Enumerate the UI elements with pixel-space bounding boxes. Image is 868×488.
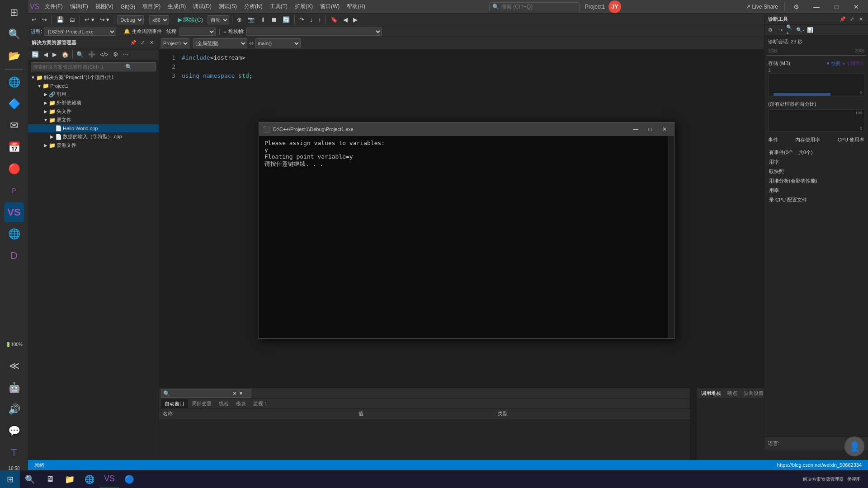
menu-build[interactable]: 生成(B) xyxy=(164,1,189,12)
locals-search-input[interactable] xyxy=(172,391,231,396)
restart-btn[interactable]: 🔄 xyxy=(281,15,292,25)
diag-pin-btn[interactable]: 📌 xyxy=(839,15,846,23)
title-search[interactable]: 🔍 xyxy=(489,2,580,11)
settings-icon[interactable]: ⚙ xyxy=(787,0,807,14)
diag-usage[interactable]: 用率 xyxy=(766,157,866,167)
diag-import-btn[interactable]: ↪ xyxy=(776,26,784,34)
teams-icon[interactable]: T xyxy=(4,443,24,463)
settings-btn[interactable]: ⚙ xyxy=(111,49,120,59)
purple-icon[interactable]: D xyxy=(4,246,24,266)
menu-window[interactable]: 窗口(W) xyxy=(316,1,343,12)
menu-git[interactable]: Git(G) xyxy=(117,2,139,12)
diag-cpu-profile[interactable]: 录 CPU 配置文件 xyxy=(766,195,866,205)
screenshot-btn[interactable]: 📷 xyxy=(245,15,256,25)
menu-test[interactable]: 测试(S) xyxy=(215,1,241,12)
diag-chart-btn[interactable]: 📊 xyxy=(806,26,814,34)
chrome-icon[interactable]: 🔴 xyxy=(4,159,24,179)
browser-icon[interactable]: 🌐 xyxy=(4,72,24,92)
user-avatar-corner[interactable]: 👤 xyxy=(844,436,864,456)
maximize-btn[interactable]: □ xyxy=(826,0,846,14)
home-btn[interactable]: 🏠 xyxy=(60,49,71,59)
next-bookmark-btn[interactable]: ▶ xyxy=(351,15,359,25)
win-start-btn[interactable]: ⊞ xyxy=(0,470,20,488)
solution-search-input[interactable] xyxy=(33,64,123,70)
tab-threads[interactable]: 线程 xyxy=(215,399,232,408)
menu-view[interactable]: 视图(V) xyxy=(92,1,117,12)
process-select[interactable]: [16256] Project1.exe xyxy=(44,28,116,36)
bookmark-btn[interactable]: 🔖 xyxy=(329,15,340,25)
fwd-btn[interactable]: ▶ xyxy=(51,49,59,59)
win-view-btn[interactable]: 🖥 xyxy=(40,470,60,488)
console-close-btn[interactable]: ✕ xyxy=(659,124,670,134)
undo-btn[interactable]: ↩ ▾ xyxy=(83,15,96,25)
prev-bookmark-btn[interactable]: ◀ xyxy=(341,15,349,25)
pointer-btn[interactable]: ⊕ xyxy=(235,15,244,25)
stop-btn[interactable]: ⏹ xyxy=(269,15,279,25)
tree-input[interactable]: ▶ 📄 数据的输入（字符型）.cpp xyxy=(28,132,159,141)
continue-btn[interactable]: ▶ 继续(C) xyxy=(175,15,206,25)
redo-fwd-btn[interactable]: ↪ xyxy=(40,15,49,25)
network-icon[interactable]: 🌐 xyxy=(4,224,24,244)
more-btn[interactable]: ⋯ xyxy=(121,49,131,59)
win-browser-btn[interactable]: 🌐 xyxy=(80,470,99,488)
chat-icon[interactable]: 💬 xyxy=(4,421,24,441)
menu-debug[interactable]: 调试(D) xyxy=(189,1,215,12)
menu-extensions[interactable]: 扩展(X) xyxy=(291,1,316,12)
console-minimize-btn[interactable]: — xyxy=(630,124,642,134)
tree-sources[interactable]: ▼ 📁 源文件 xyxy=(28,116,159,124)
tree-helloworld[interactable]: 📄 Hello World.cpp xyxy=(28,124,159,132)
robot-icon[interactable]: 🤖 xyxy=(4,378,24,398)
start-icon[interactable]: ⊞ xyxy=(4,3,24,23)
exceptions-tab[interactable]: 异常设置 xyxy=(741,389,766,398)
diag-zoom-out-btn[interactable]: 🔍- xyxy=(796,26,804,34)
thread-select[interactable] xyxy=(179,28,216,36)
func-dropdown[interactable]: main() xyxy=(255,38,301,48)
console-maximize-btn[interactable]: □ xyxy=(644,124,656,134)
collapse-icon[interactable]: ≪ xyxy=(4,356,24,376)
console-body[interactable]: Please assign values to variables: y Flo… xyxy=(259,136,674,338)
search-sidebar-icon[interactable]: 🔍 xyxy=(4,24,24,44)
diag-snapshot[interactable]: 取快照 xyxy=(766,167,866,176)
diag-settings-btn[interactable]: ⚙ xyxy=(766,26,774,34)
close-btn[interactable]: ✕ xyxy=(846,0,866,14)
tree-ref[interactable]: ▶ 🔗 引用 xyxy=(28,90,159,99)
tree-external[interactable]: ▶ 📁 外部依赖项 xyxy=(28,99,159,107)
file-dropdown[interactable]: Project1 xyxy=(161,38,189,48)
debug-config-select[interactable]: Debug xyxy=(117,15,144,24)
win-search-btn[interactable]: 🔍 xyxy=(20,470,40,488)
tree-headers[interactable]: ▶ 📁 头文件 xyxy=(28,107,159,116)
back-btn[interactable]: ◀ xyxy=(42,49,50,59)
add-btn[interactable]: ➕ xyxy=(86,49,97,59)
menu-tools[interactable]: 工具(T) xyxy=(266,1,291,12)
menu-edit[interactable]: 编辑(E) xyxy=(66,1,92,12)
win-folder-btn[interactable]: 📁 xyxy=(60,470,80,488)
win-vs-btn[interactable]: VS xyxy=(99,470,119,488)
diag-heap[interactable]: 用堆分析(会影响性能) xyxy=(766,176,866,186)
pause-btn[interactable]: ⏸ xyxy=(258,15,268,25)
menu-analyze[interactable]: 分析(N) xyxy=(241,1,266,12)
status-url[interactable]: https://blog.csdn.net/weixin_50662334 xyxy=(774,462,864,468)
diag-zoom-in-btn[interactable]: 🔍+ xyxy=(786,26,794,34)
undo-back-btn[interactable]: ↩ xyxy=(30,15,38,25)
stack-select[interactable] xyxy=(246,28,382,36)
calendar-icon[interactable]: 📅 xyxy=(4,137,24,157)
mail-icon[interactable]: ✉ xyxy=(4,116,24,136)
filter-btn[interactable]: 🔍 xyxy=(75,49,85,59)
speaker-icon[interactable]: 🔊 xyxy=(4,399,24,419)
solution-search[interactable]: 🔍 xyxy=(31,62,156,71)
tb-solution-view[interactable]: 解决方案资源管理器 类视图 xyxy=(799,470,864,488)
tab-locals[interactable]: 局部变量 xyxy=(188,399,215,408)
win-blue-btn[interactable]: 🔵 xyxy=(119,470,139,488)
tab-auto[interactable]: 自动窗口 xyxy=(161,399,188,408)
auto-select[interactable]: 自动 xyxy=(208,15,229,24)
expand-btn[interactable]: ⤢ xyxy=(139,39,146,46)
diag-expand-btn[interactable]: ⤢ xyxy=(848,15,855,23)
refresh-btn[interactable]: 🔄 xyxy=(30,49,41,59)
tree-project[interactable]: ▼ 📁 Project1 xyxy=(28,82,159,90)
tab-watch1[interactable]: 监视 1 xyxy=(250,399,271,408)
scope-dropdown[interactable]: (全局范围) xyxy=(193,38,247,48)
step-into-btn[interactable]: ↓ xyxy=(308,15,315,25)
diag-close-btn[interactable]: ✕ xyxy=(857,15,864,23)
save-btn[interactable]: 💾 xyxy=(55,15,66,25)
minimize-btn[interactable]: — xyxy=(807,0,826,14)
